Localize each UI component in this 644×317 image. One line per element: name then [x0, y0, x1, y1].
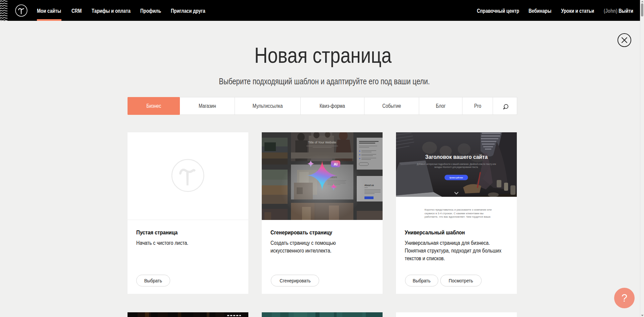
svg-text:About us: About us	[364, 184, 374, 186]
svg-text:Title of Your Website: Title of Your Website	[308, 141, 336, 144]
svg-text:Целевое действие: Целевое действие	[450, 177, 463, 179]
svg-text:Коротко представьтесь и расска: Коротко представьтесь и расскажите о ком…	[425, 208, 492, 211]
svg-text:Заголовок вашего сайта: Заголовок вашего сайта	[425, 154, 488, 160]
svg-text:вкладка «Контент» для редактир: вкладка «Контент» для редактирования тек…	[435, 166, 479, 169]
svg-text:Добавьте интересные подробност: Добавьте интересные подробности о вашей …	[417, 163, 496, 166]
svg-text:AI: AI	[334, 162, 338, 166]
svg-text:работаете, что вас вдохновляет: работаете, что вас вдохновляет. Чем горд…	[425, 215, 491, 218]
svg-text:команда, какие у нее ценности: команда, какие у нее ценности и мотиваци…	[425, 219, 480, 220]
svg-text:сервисе в 3-4 строках. С каким: сервисе в 3-4 строках. С какими клиентам…	[425, 212, 484, 215]
